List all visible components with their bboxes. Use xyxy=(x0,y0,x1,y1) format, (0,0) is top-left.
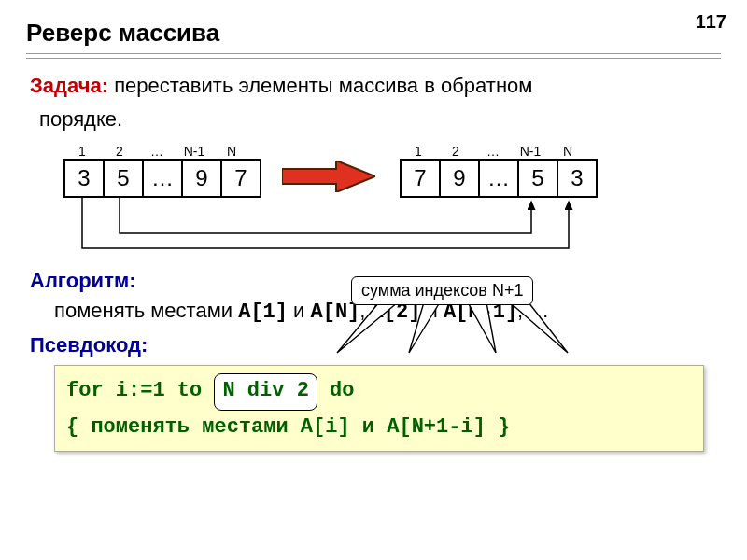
index-sum-callout: сумма индексов N+1 xyxy=(351,276,566,345)
pseudocode-block: for i:=1 to N div 2 do { поменять местам… xyxy=(54,365,704,451)
svg-marker-1 xyxy=(337,302,398,353)
task-text-1: переставить элементы массива в обратном xyxy=(114,74,532,97)
arr-cell: 5 xyxy=(519,159,558,198)
svg-marker-3 xyxy=(468,302,496,353)
idx-label: 2 xyxy=(437,144,474,159)
code-line-2: { поменять местами A[i] и A[N+1-i] } xyxy=(66,411,692,443)
arr-cell: 9 xyxy=(441,159,480,198)
task-line-1: Задача: переставить элементы массива в о… xyxy=(30,72,721,100)
idx-label: 1 xyxy=(63,144,101,159)
arrays-diagram: 1 2 … N-1 N 3 5 … 9 7 1 2 … xyxy=(63,144,721,265)
arr-cell: … xyxy=(480,159,519,198)
idx-label: … xyxy=(138,144,176,159)
task-line-2: порядке. xyxy=(39,105,721,133)
code-line-1: for i:=1 to N div 2 do xyxy=(66,373,692,410)
idx-label: N-1 xyxy=(512,144,549,159)
algo-prefix: поменять местами xyxy=(54,299,238,322)
callout-tails-icon xyxy=(314,299,585,364)
idx-label: N xyxy=(549,144,586,159)
array-before: 1 2 … N-1 N 3 5 … 9 7 xyxy=(63,144,261,198)
code-do: do xyxy=(317,379,355,402)
idx-label: … xyxy=(474,144,512,159)
svg-marker-4 xyxy=(510,302,568,353)
svg-marker-2 xyxy=(409,302,440,353)
callout-text: сумма индексов N+1 xyxy=(351,276,533,305)
idx-label: 1 xyxy=(400,144,437,159)
arr-cell: 7 xyxy=(222,159,261,198)
title-divider xyxy=(26,53,721,59)
arr-cell: 3 xyxy=(65,159,105,198)
arr-cell: 5 xyxy=(105,159,144,198)
transform-arrow-icon xyxy=(282,161,375,192)
array-after: 1 2 … N-1 N 7 9 … 5 3 xyxy=(400,144,598,198)
code-pill: N div 2 xyxy=(214,373,317,410)
svg-marker-0 xyxy=(282,161,375,192)
algo-a1: A[1] xyxy=(238,301,288,324)
page-number: 117 xyxy=(696,11,726,33)
arr-cell: 3 xyxy=(558,159,598,198)
swap-lines-icon xyxy=(63,194,605,261)
idx-label: 2 xyxy=(101,144,138,159)
task-label: Задача: xyxy=(30,74,108,97)
code-for: for i:=1 to xyxy=(66,379,214,402)
algo-and1: и xyxy=(288,299,311,322)
arr-cell: … xyxy=(144,159,183,198)
idx-label: N xyxy=(213,144,250,159)
idx-label: N-1 xyxy=(176,144,213,159)
slide-title: Реверс массива xyxy=(26,19,721,48)
arr-cell: 7 xyxy=(402,159,441,198)
arr-cell: 9 xyxy=(183,159,222,198)
